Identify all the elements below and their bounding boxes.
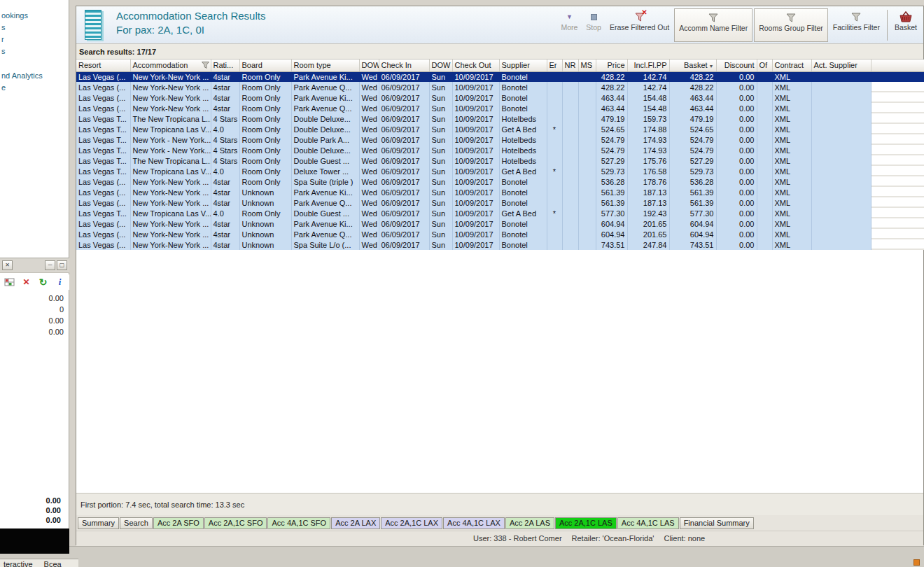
info-icon[interactable]: i: [55, 277, 65, 288]
sidebar-item[interactable]: e: [0, 82, 69, 94]
results-table-header-row: ResortAccommodationRati...BoardRoom type…: [76, 59, 924, 71]
tab-acc-4a-1c-lax[interactable]: Acc 4A,1C LAX: [443, 517, 505, 529]
cell: [562, 92, 578, 103]
column-header-nr[interactable]: NR: [562, 59, 578, 71]
erase-filtered-out-icon: ✕: [635, 10, 645, 23]
bottom-tab[interactable]: teractive: [4, 559, 33, 567]
more-button[interactable]: ▼ More: [556, 8, 582, 42]
basket-button[interactable]: Basket: [890, 8, 921, 42]
table-row[interactable]: Las Vegas T...New Tropicana Las V...4.0R…: [76, 208, 924, 218]
cell: 527.29: [669, 155, 716, 166]
table-row[interactable]: Las Vegas (...New York-New York ...4star…: [76, 197, 924, 208]
cell: [562, 82, 578, 92]
stop-button[interactable]: Stop: [582, 8, 606, 42]
cell: [757, 166, 772, 176]
cell: [811, 155, 871, 166]
tab-acc-4a-1c-sfo[interactable]: Acc 4A,1C SFO: [267, 517, 330, 529]
subpanel-value: 0: [49, 304, 64, 315]
table-row[interactable]: Las Vegas (...New York-New York ...4star…: [76, 92, 924, 103]
column-header-actsupplier[interactable]: Act. Supplier: [811, 59, 871, 71]
column-header-basket[interactable]: Basket▼: [669, 59, 716, 71]
cell: Las Vegas (...: [76, 218, 130, 229]
cell: New York-New York ...: [130, 92, 211, 103]
tab-search[interactable]: Search: [120, 517, 153, 529]
sidebar-item[interactable]: s: [0, 22, 69, 34]
table-row[interactable]: Las Vegas (...New York-New York ...4star…: [76, 103, 924, 113]
cell: [547, 155, 562, 166]
table-row[interactable]: Las Vegas (...New York-New York ...4star…: [76, 176, 924, 187]
minimize-icon[interactable]: ─: [45, 260, 55, 270]
tab-acc-2a-sfo[interactable]: Acc 2A SFO: [153, 517, 204, 529]
rooms-group-filter-button[interactable]: Rooms Group Filter: [754, 8, 828, 42]
table-row[interactable]: Las Vegas T...The New Tropicana L...4 St…: [76, 155, 924, 166]
column-header-dow[interactable]: DOW: [359, 59, 379, 71]
cell: [562, 166, 578, 176]
cell: Room Only: [239, 92, 291, 103]
tab-acc-2a-las[interactable]: Acc 2A LAS: [505, 517, 554, 529]
cell: Las Vegas T...: [76, 113, 130, 124]
cell: [547, 103, 562, 113]
tab-acc-2a-1c-lax[interactable]: Acc 2A,1C LAX: [381, 517, 442, 529]
table-row[interactable]: Las Vegas T...New Tropicana Las V...4.0R…: [76, 166, 924, 176]
table-row[interactable]: Las Vegas (...New York-New York ...4star…: [76, 187, 924, 197]
column-header-resort[interactable]: Resort: [76, 59, 130, 71]
table-row[interactable]: Las Vegas (...New York-New York ...4star…: [76, 82, 924, 92]
table-row[interactable]: Las Vegas (...New York-New York ...4star…: [76, 239, 924, 250]
table-row[interactable]: Las Vegas (...New York-New York ...4star…: [76, 71, 924, 82]
column-header-of[interactable]: Of: [757, 59, 772, 71]
bottom-tab[interactable]: Bcea: [44, 559, 62, 567]
tab-financial-summary[interactable]: Financial Summary: [680, 517, 754, 529]
column-header-supplier[interactable]: Supplier: [499, 59, 547, 71]
cell: Sun: [429, 197, 452, 208]
tab-acc-2a-1c-las[interactable]: Acc 2A,1C LAS: [555, 517, 617, 529]
refresh-icon[interactable]: ↻: [38, 277, 48, 288]
tab-summary[interactable]: Summary: [78, 517, 119, 529]
column-header-discount[interactable]: Discount: [716, 59, 757, 71]
cell: [757, 71, 772, 82]
column-header-board[interactable]: Board: [239, 59, 291, 71]
filter-funnel-icon[interactable]: [202, 62, 209, 70]
column-header-contract[interactable]: Contract: [772, 59, 811, 71]
sidebar-item[interactable]: nd Analytics: [0, 70, 69, 82]
column-header-accommodation[interactable]: Accommodation: [130, 59, 211, 71]
cell: 4star: [211, 197, 239, 208]
table-row[interactable]: Las Vegas T...New York - New York...4 St…: [76, 134, 924, 145]
column-header-dow[interactable]: DOW: [429, 59, 452, 71]
tab-acc-4a-1c-las[interactable]: Acc 4A,1C LAS: [617, 517, 679, 529]
accomm-name-filter-button[interactable]: Accomm Name Filter: [674, 8, 752, 42]
cell: 201.65: [627, 218, 669, 229]
sidebar-item[interactable]: r: [0, 34, 69, 46]
cell-filler: [871, 145, 924, 155]
cell: Room Only: [239, 124, 291, 134]
column-header-rati[interactable]: Rati...: [211, 59, 239, 71]
table-row[interactable]: Las Vegas T...New Tropicana Las V...4.0R…: [76, 124, 924, 134]
sidebar-item[interactable]: s: [0, 46, 69, 57]
delete-icon[interactable]: ✕: [21, 277, 31, 288]
sidebar-item[interactable]: ookings: [0, 10, 69, 22]
cell: Bonotel: [499, 229, 547, 239]
grid-edit-icon[interactable]: [4, 277, 15, 288]
cell: 06/09/2017: [379, 92, 429, 103]
facilities-filter-button[interactable]: Facilities Filter: [829, 8, 884, 42]
close-icon[interactable]: ✕: [2, 260, 13, 270]
tab-acc-2a-lax[interactable]: Acc 2A LAX: [331, 517, 380, 529]
column-header-er[interactable]: Er: [547, 59, 562, 71]
table-row[interactable]: Las Vegas T...New York - New York...4 St…: [76, 145, 924, 155]
erase-filtered-out-button[interactable]: ✕ Erase Filtered Out: [606, 8, 673, 42]
maximize-icon[interactable]: ▢: [57, 260, 67, 270]
table-row[interactable]: Las Vegas T...The New Tropicana L...4 St…: [76, 113, 924, 124]
column-header-roomtype[interactable]: Room type: [291, 59, 359, 71]
column-header-checkout[interactable]: Check Out: [452, 59, 499, 71]
cell: [562, 187, 578, 197]
cell: Las Vegas T...: [76, 155, 130, 166]
column-header-inclflpp[interactable]: Incl.Fl.PP: [627, 59, 669, 71]
bottom-strip: teractive Bcea: [0, 546, 924, 567]
table-row[interactable]: Las Vegas (...New York-New York ...4star…: [76, 229, 924, 239]
column-header-price[interactable]: Price: [596, 59, 627, 71]
cell: 06/09/2017: [379, 124, 429, 134]
table-row[interactable]: Las Vegas (...New York-New York ...4star…: [76, 218, 924, 229]
tab-acc-2a-1c-sfo[interactable]: Acc 2A,1C SFO: [204, 517, 267, 529]
column-header-ms[interactable]: MS: [578, 59, 596, 71]
total-value: 0.00: [46, 496, 61, 505]
column-header-checkin[interactable]: Check In: [379, 59, 429, 71]
